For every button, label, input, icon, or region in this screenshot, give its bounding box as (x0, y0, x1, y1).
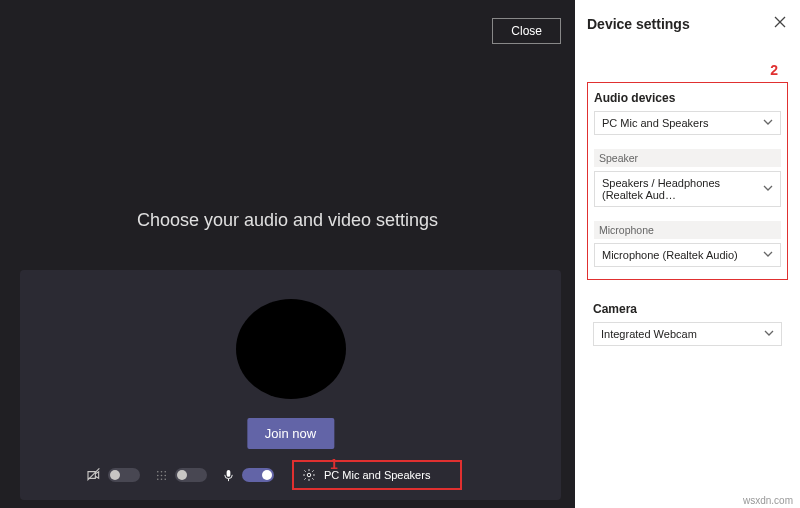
chevron-down-icon (763, 117, 773, 129)
svg-point-4 (157, 474, 159, 476)
annotation-2: 2 (770, 62, 778, 78)
device-select-label: PC Mic and Speakers (324, 469, 430, 481)
svg-point-7 (157, 478, 159, 480)
microphone-value: Microphone (Realtek Audio) (602, 249, 738, 261)
camera-toggle[interactable] (108, 468, 140, 482)
svg-point-12 (307, 473, 311, 477)
camera-off-icon (86, 467, 102, 483)
blur-toggle[interactable] (175, 468, 207, 482)
prejoin-controls-row: PC Mic and Speakers (20, 460, 561, 490)
speaker-value: Speakers / Headphones (Realtek Aud… (602, 177, 763, 201)
svg-point-5 (161, 474, 163, 476)
audio-devices-label: Audio devices (594, 91, 781, 105)
avatar-placeholder (236, 299, 346, 399)
close-button[interactable]: Close (492, 18, 561, 44)
close-panel-button[interactable] (774, 16, 786, 31)
chevron-down-icon (763, 249, 773, 261)
device-select-button[interactable]: PC Mic and Speakers (292, 460, 462, 490)
audio-devices-dropdown[interactable]: PC Mic and Speakers (594, 111, 781, 135)
device-settings-title: Device settings (587, 16, 788, 32)
blur-icon (154, 468, 169, 483)
chevron-down-icon (763, 183, 773, 195)
camera-dropdown[interactable]: Integrated Webcam (593, 322, 782, 346)
prompt-text: Choose your audio and video settings (0, 210, 575, 231)
svg-rect-10 (227, 469, 231, 476)
join-now-button[interactable]: Join now (247, 418, 334, 449)
svg-point-3 (164, 470, 166, 472)
annotation-1: 1 (330, 456, 338, 472)
svg-point-2 (161, 470, 163, 472)
device-settings-panel: Device settings 2 Audio devices PC Mic a… (575, 0, 800, 508)
speaker-label: Speaker (594, 149, 781, 167)
chevron-down-icon (764, 328, 774, 340)
svg-point-6 (164, 474, 166, 476)
camera-label: Camera (593, 302, 782, 316)
svg-point-8 (161, 478, 163, 480)
audio-devices-value: PC Mic and Speakers (602, 117, 708, 129)
microphone-icon (221, 468, 236, 483)
camera-value: Integrated Webcam (601, 328, 697, 340)
speaker-dropdown[interactable]: Speakers / Headphones (Realtek Aud… (594, 171, 781, 207)
prejoin-main-area: Close Choose your audio and video settin… (0, 0, 575, 508)
gear-icon (302, 468, 316, 482)
microphone-dropdown[interactable]: Microphone (Realtek Audio) (594, 243, 781, 267)
microphone-label: Microphone (594, 221, 781, 239)
audio-settings-highlight: Audio devices PC Mic and Speakers Speake… (587, 82, 788, 280)
watermark: wsxdn.com (740, 494, 796, 507)
video-preview-container: Join now (20, 270, 561, 500)
svg-point-1 (157, 470, 159, 472)
svg-point-9 (164, 478, 166, 480)
microphone-toggle[interactable] (242, 468, 274, 482)
